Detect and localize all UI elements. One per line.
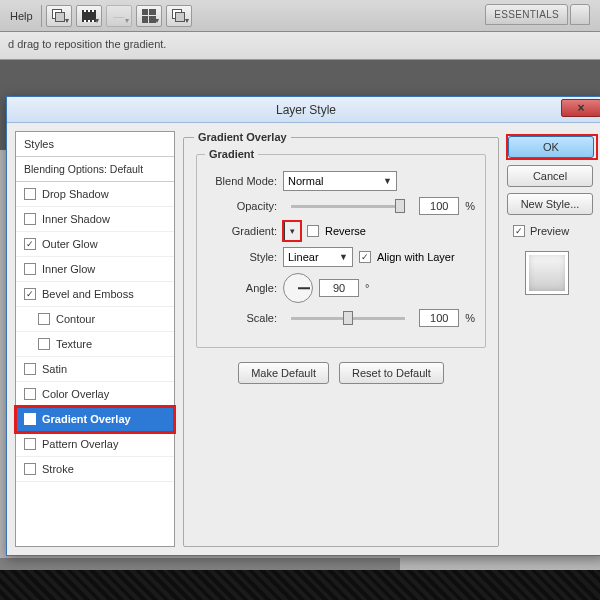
- gradient-dropdown[interactable]: ▾: [285, 221, 301, 241]
- group-title: Gradient Overlay: [194, 131, 291, 143]
- tool-disabled: —▾: [106, 5, 132, 27]
- style-drop-shadow[interactable]: Drop Shadow: [16, 182, 174, 207]
- style-gradient-overlay[interactable]: Gradient Overlay: [16, 407, 174, 432]
- style-texture[interactable]: Texture: [16, 332, 174, 357]
- opacity-value[interactable]: 100: [419, 197, 459, 215]
- scale-label: Scale:: [207, 312, 277, 324]
- angle-dial[interactable]: [283, 273, 313, 303]
- scale-value[interactable]: 100: [419, 309, 459, 327]
- inner-title: Gradient: [205, 148, 258, 160]
- app-menubar: Help ▾ ▾ —▾ ▾ ▾ ESSENTIALS: [0, 0, 600, 32]
- tool-layers[interactable]: ▾: [46, 5, 72, 27]
- tool-grid[interactable]: ▾: [136, 5, 162, 27]
- style-label: Style:: [207, 251, 277, 263]
- tool-hint: d drag to reposition the gradient.: [8, 38, 166, 50]
- gradient-label: Gradient:: [207, 225, 277, 237]
- options-bar: d drag to reposition the gradient.: [0, 32, 600, 60]
- workspace-essentials[interactable]: ESSENTIALS: [485, 4, 568, 25]
- align-label: Align with Layer: [377, 251, 455, 263]
- reset-default-button[interactable]: Reset to Default: [339, 362, 444, 384]
- blend-mode-label: Blend Mode:: [207, 175, 277, 187]
- style-color-overlay[interactable]: Color Overlay: [16, 382, 174, 407]
- styles-header[interactable]: Styles: [16, 132, 174, 157]
- blending-options[interactable]: Blending Options: Default: [16, 157, 174, 182]
- close-button[interactable]: ×: [561, 99, 600, 117]
- opacity-label: Opacity:: [207, 200, 277, 212]
- opacity-slider[interactable]: [291, 205, 405, 208]
- new-style-button[interactable]: New Style...: [507, 193, 593, 215]
- help-menu[interactable]: Help: [4, 10, 39, 22]
- blend-mode-select[interactable]: Normal▼: [283, 171, 397, 191]
- scale-slider[interactable]: [291, 317, 405, 320]
- dialog-buttons: OK Cancel New Style... Preview: [507, 131, 597, 547]
- styles-list: Styles Blending Options: Default Drop Sh…: [15, 131, 175, 547]
- ok-button[interactable]: OK: [508, 136, 594, 158]
- style-pattern-overlay[interactable]: Pattern Overlay: [16, 432, 174, 457]
- canvas-pattern: [0, 570, 600, 600]
- canvas-strip: [0, 558, 400, 570]
- style-inner-shadow[interactable]: Inner Shadow: [16, 207, 174, 232]
- chevron-down-icon: ▼: [383, 176, 392, 186]
- style-stroke[interactable]: Stroke: [16, 457, 174, 482]
- close-icon: ×: [577, 101, 584, 115]
- settings-panel: Gradient Overlay Gradient Blend Mode: No…: [183, 131, 499, 547]
- cancel-button[interactable]: Cancel: [507, 165, 593, 187]
- style-inner-glow[interactable]: Inner Glow: [16, 257, 174, 282]
- align-checkbox[interactable]: [359, 251, 371, 263]
- style-select[interactable]: Linear▼: [283, 247, 353, 267]
- tool-film[interactable]: ▾: [76, 5, 102, 27]
- make-default-button[interactable]: Make Default: [238, 362, 329, 384]
- layer-style-dialog: Layer Style × Styles Blending Options: D…: [6, 96, 600, 556]
- style-contour[interactable]: Contour: [16, 307, 174, 332]
- style-satin[interactable]: Satin: [16, 357, 174, 382]
- style-outer-glow[interactable]: Outer Glow: [16, 232, 174, 257]
- reverse-label: Reverse: [325, 225, 366, 237]
- angle-label: Angle:: [207, 282, 277, 294]
- chevron-down-icon: ▾: [290, 226, 295, 236]
- preview-checkbox[interactable]: [513, 225, 525, 237]
- tool-arrange[interactable]: ▾: [166, 5, 192, 27]
- reverse-checkbox[interactable]: [307, 225, 319, 237]
- preview-swatch: [525, 251, 569, 295]
- preview-label: Preview: [530, 225, 569, 237]
- dialog-titlebar[interactable]: Layer Style ×: [7, 97, 600, 123]
- workspace-other[interactable]: [570, 4, 590, 25]
- style-bevel-emboss[interactable]: Bevel and Emboss: [16, 282, 174, 307]
- angle-value[interactable]: 90: [319, 279, 359, 297]
- dialog-title: Layer Style: [276, 103, 336, 117]
- chevron-down-icon: ▼: [339, 252, 348, 262]
